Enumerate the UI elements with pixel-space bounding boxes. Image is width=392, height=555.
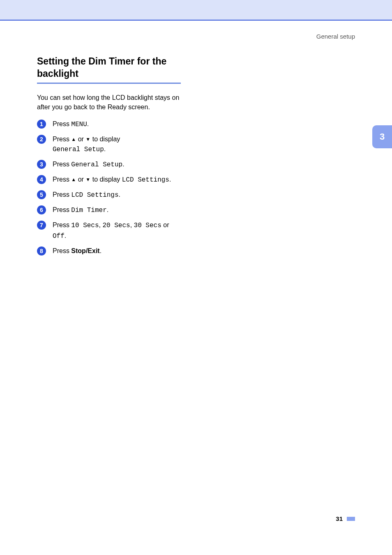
menu-keyword: General Setup (53, 146, 104, 153)
step-body: Press ▲ or ▼ to display General Setup. (53, 134, 189, 154)
step-text: Press (53, 136, 71, 143)
step-text: Press (53, 206, 71, 213)
step-badge-icon: 2 (37, 135, 46, 144)
menu-keyword: General Setup (71, 161, 122, 168)
page-corner-mark-icon (347, 517, 355, 521)
step-text: . (107, 206, 108, 213)
step-body: Press Stop/Exit. (53, 246, 189, 256)
step-badge-icon: 3 (37, 160, 46, 169)
step-body: Press Dim Timer. (53, 205, 189, 215)
step-badge-icon: 6 (37, 205, 46, 214)
step-text: Press (53, 191, 71, 198)
menu-keyword: MENU (71, 121, 87, 128)
step-text: , (130, 221, 134, 228)
step-text: . (104, 145, 106, 152)
section-title: Setting the Dim Timer for the backlight (37, 55, 189, 80)
page-top-rule (0, 20, 392, 21)
step-text: or (76, 176, 85, 183)
step-text: . (122, 161, 124, 168)
step-text: . (119, 191, 120, 198)
page-footer: 31 (336, 515, 355, 522)
page-number: 31 (336, 515, 343, 522)
step-badge-icon: 4 (37, 175, 46, 184)
menu-keyword: LCD Settings (71, 191, 118, 199)
chapter-tab: 3 (372, 125, 392, 148)
main-content: Setting the Dim Timer for the backlight … (37, 55, 189, 260)
step-text: . (169, 176, 171, 183)
step-text: Press (53, 221, 71, 228)
menu-keyword: Dim Timer (71, 207, 106, 214)
step-text: to display (90, 136, 120, 143)
step-5: 5 Press LCD Settings. (37, 190, 189, 200)
step-body: Press 10 Secs, 20 Secs, 30 Secs or Off. (53, 220, 189, 241)
menu-keyword: Off (53, 233, 65, 240)
step-text: or (161, 221, 169, 228)
step-text: . (65, 232, 66, 239)
menu-keyword: 30 Secs (134, 222, 161, 229)
menu-keyword: LCD Settings (122, 176, 169, 184)
step-1: 1 Press MENU. (37, 119, 189, 129)
step-badge-icon: 7 (37, 221, 46, 230)
step-8: 8 Press Stop/Exit. (37, 246, 189, 256)
step-6: 6 Press Dim Timer. (37, 205, 189, 215)
menu-keyword: 20 Secs (102, 222, 130, 229)
step-text: or (76, 136, 85, 143)
step-body: Press LCD Settings. (53, 190, 189, 200)
down-arrow-icon: ▼ (85, 136, 90, 142)
step-3: 3 Press General Setup. (37, 159, 189, 170)
step-7: 7 Press 10 Secs, 20 Secs, 30 Secs or Off… (37, 220, 189, 241)
step-body: Press ▲ or ▼ to display LCD Settings. (53, 175, 189, 185)
step-badge-icon: 1 (37, 120, 46, 129)
breadcrumb: General setup (316, 33, 355, 40)
step-text: Press (53, 161, 71, 168)
step-text: to display (90, 176, 122, 183)
step-4: 4 Press ▲ or ▼ to display LCD Settings. (37, 175, 189, 185)
step-badge-icon: 5 (37, 190, 46, 199)
down-arrow-icon: ▼ (85, 177, 90, 182)
up-arrow-icon: ▲ (71, 177, 76, 182)
step-badge-icon: 8 (37, 246, 46, 256)
step-body: Press MENU. (53, 119, 189, 129)
intro-paragraph: You can set how long the LCD backlight s… (37, 93, 189, 112)
step-text: . (100, 247, 101, 254)
step-text: Press (53, 176, 71, 183)
step-text: . (87, 120, 89, 127)
step-body: Press General Setup. (53, 159, 189, 170)
up-arrow-icon: ▲ (71, 136, 76, 142)
stop-exit-keyword: Stop/Exit (71, 247, 99, 254)
title-underline (37, 83, 181, 84)
menu-keyword: 10 Secs (71, 222, 99, 229)
step-text: Press (53, 120, 71, 127)
page-top-band (0, 0, 392, 20)
step-text: Press (53, 247, 71, 254)
step-2: 2 Press ▲ or ▼ to display General Setup. (37, 134, 189, 154)
